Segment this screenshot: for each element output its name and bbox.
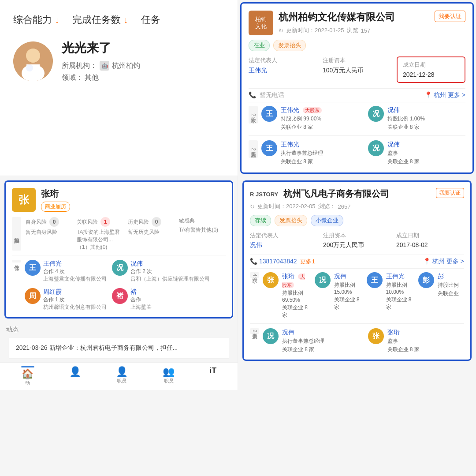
partner-name-zhu[interactable]: 褚 xyxy=(130,288,152,296)
partner-avatar-kuang: 况 xyxy=(112,260,128,276)
shareholders-list-top: 王 王伟光 大股东 持股比例 99.00% 关联企业 8 家 况 况 xyxy=(261,106,465,131)
feipin-personnel-list: 况 况伟 执行董事兼总经理 关联企业 8 家 张 张珩 监事 关联企业 8 家 xyxy=(263,328,464,353)
nav-item-4[interactable]: 👥 职员 xyxy=(163,366,175,386)
feipin-phone[interactable]: 📞 13817043842 更多1 xyxy=(250,258,315,266)
feipin-sh-avatar-wang: 王 xyxy=(367,272,383,288)
info-grid-top: 法定代表人 王伟光 注册资本 100万元人民币 成立日期 2021-12-28 xyxy=(249,56,465,83)
feipin-personnel-info-kuang: 况伟 执行董事兼总经理 关联企业 8 家 xyxy=(282,328,324,353)
cert-button-bottom[interactable]: 我要认证 xyxy=(436,188,464,198)
feipin-personnel-zhang: 张 张珩 监事 关联企业 8 家 xyxy=(368,328,465,353)
nav-label-3: 职员 xyxy=(117,378,126,384)
stats-row: 综合能力 ↓ 完成任务数 ↓ 任务 xyxy=(13,13,229,26)
personnel-wang: 王 王伟光 执行董事兼总经理 关联企业 8 家 xyxy=(261,140,359,165)
feipin-personnel-section: 主要人员2 况 况伟 执行董事兼总经理 关联企业 8 家 张 张珩 xyxy=(250,323,464,353)
personnel-name-kuang[interactable]: 况伟 xyxy=(387,141,400,148)
feipin-info-grid: 法定代表人 况伟 注册资本 200万元人民币 成立日期 2017-08-02 xyxy=(250,232,464,249)
personnel-assoc-kuang: 关联企业 8 家 xyxy=(387,158,420,165)
avatar xyxy=(13,41,53,81)
sh-name-kuang[interactable]: 况伟 xyxy=(387,106,400,113)
feipin-personnel-info-zhang: 张珩 监事 关联企业 8 家 xyxy=(387,328,420,353)
partner-name-zhou[interactable]: 周红霞 xyxy=(43,288,107,296)
feipin-name: 杭州飞凡电子商务有限公司 xyxy=(283,188,389,200)
org-icon: 🤖 xyxy=(100,61,109,71)
company-logo-top: 柏钧 文化 xyxy=(249,11,273,35)
top-left-panel: 综合能力 ↓ 完成任务数 ↓ 任务 光光 xyxy=(0,0,238,176)
profile-info: 光光来了 所属机构： 🤖 杭州柏钧 领域： 其他 xyxy=(62,40,229,82)
feipin-sh-name-wang[interactable]: 王伟光 xyxy=(386,273,405,280)
feipin-title-area: R JSTORY 杭州飞凡电子商务有限公司 ↻ 更新时间：2022-02-05 … xyxy=(250,188,436,210)
bottom-left-panel: 张 张珩 商业履历 风险扫描 自身风险 0 暂无自身风险 xyxy=(0,176,238,390)
sh-assoc-wang: 关联企业 8 家 xyxy=(281,124,322,131)
personnel-name-wang[interactable]: 王伟光 xyxy=(281,141,299,148)
sh-name-wang[interactable]: 王伟光 xyxy=(281,106,299,113)
feipin-personnel-name-kuang[interactable]: 况伟 xyxy=(282,329,294,336)
feipin-shareholders-list: 张 张珩 大股东 持股比例 69.50% 关联企业 8 家 况 xyxy=(263,272,464,319)
feipin-sh-avatar-kuang: 况 xyxy=(315,272,331,288)
feipin-logo: R JSTORY xyxy=(250,190,278,198)
info-founded: 成立日期 2021-12-28 xyxy=(397,56,465,83)
feipin-personnel-name-zhang[interactable]: 张珩 xyxy=(387,329,400,336)
nav-item-it[interactable]: iT xyxy=(209,366,216,386)
feipin-personnel-label: 主要人员2 xyxy=(250,328,259,334)
zhang-header: 张 张珩 商业履历 xyxy=(12,188,226,212)
feipin-sh-info-peng: 彭 持股比例 关联企业 xyxy=(438,272,459,297)
feipin-sh-name-zhang[interactable]: 张珩 xyxy=(282,273,294,280)
nav-label-dynamic: 动 xyxy=(25,380,30,386)
partner-company-zhou: 杭州馨语文化创意有限公司 xyxy=(43,304,107,311)
risk-related: 关联风险 1 TA投资的上海壁君服饰有限公司...（1）其他(0) xyxy=(77,217,123,251)
feipin-sh-info-kuang: 况伟 持股比例 15.00% 关联企业 8 家 xyxy=(334,272,361,311)
feipin-location[interactable]: 📍 杭州 更多 > xyxy=(423,258,464,266)
feipin-update-row: ↻ 更新时间：2022-02-05 浏览： 2657 xyxy=(250,202,436,210)
info-legal-rep: 法定代表人 王伟光 xyxy=(249,56,317,83)
nav-item-2[interactable]: 👤 xyxy=(69,366,81,386)
svg-point-4 xyxy=(26,64,33,71)
partners-label: 合作伙伴 xyxy=(12,260,21,262)
partner-collab-zhou: 合作 1 次 xyxy=(43,296,107,304)
feipin-sh-avatar-peng: 彭 xyxy=(418,272,434,288)
feipin-legal-rep: 法定代表人 况伟 xyxy=(250,232,318,249)
personnel-role-kuang: 监事 xyxy=(387,150,420,157)
feipin-reg-cap: 注册资本 200万元人民币 xyxy=(323,232,391,249)
partner-name-kuang[interactable]: 况伟 xyxy=(130,260,210,268)
feipin-personnel-avatar-kuang: 况 xyxy=(263,328,279,344)
personnel-info-wang: 王伟光 执行董事兼总经理 关联企业 8 家 xyxy=(281,140,323,165)
tag-invoice-bottom: 发票抬头 xyxy=(275,215,307,226)
dynamics-label-row: 动态 xyxy=(4,325,233,334)
feipin-refresh-icon: ↻ xyxy=(250,203,255,210)
feipin-legal-rep-value[interactable]: 况伟 xyxy=(250,241,318,249)
zhang-name[interactable]: 张珩 xyxy=(41,188,70,200)
feipin-sh-avatar-zhang: 张 xyxy=(263,272,279,288)
refresh-icon: ↻ xyxy=(279,27,283,34)
sh-assoc-kuang: 关联企业 8 家 xyxy=(387,124,425,131)
nav-item-dynamic[interactable]: 🏠 动 xyxy=(21,366,34,386)
location-link[interactable]: 📍 杭州 更多 > xyxy=(424,91,465,99)
partners-list: 王 王伟光 合作 4 次 上海璧君文化传播有限公司 况 况伟 合作 2 次 吕和… xyxy=(25,260,226,311)
zhang-tag[interactable]: 商业履历 xyxy=(41,202,70,212)
feipin-sh-name-peng[interactable]: 彭 xyxy=(438,273,444,280)
personnel-role-wang: 执行董事兼总经理 xyxy=(281,150,323,157)
partner-name-wang[interactable]: 王伟光 xyxy=(43,260,107,268)
legal-rep-value[interactable]: 王伟光 xyxy=(249,67,267,74)
nav-icon-dynamic: 🏠 xyxy=(22,368,33,380)
partner-company-wang: 上海璧君文化传播有限公司 xyxy=(43,275,107,283)
sh-percent-kuang: 持股比例 1.00% xyxy=(387,115,425,123)
sh-badge-wang: 大股东 xyxy=(303,107,322,113)
feipin-reg-cap-value: 200万元人民币 xyxy=(323,241,391,249)
personnel-section-top: 主要人员2 王 王伟光 执行董事兼总经理 关联企业 8 家 况 况伟 监事 关联… xyxy=(249,135,465,165)
nav-item-3[interactable]: 👤 职员 xyxy=(116,366,128,386)
personnel-kuang: 况 况伟 监事 关联企业 8 家 xyxy=(368,140,466,165)
partner-zhu: 褚 褚 合作 上海壁关 xyxy=(112,288,152,311)
bottom-right-panel: R JSTORY 杭州飞凡电子商务有限公司 ↻ 更新时间：2022-02-05 … xyxy=(238,176,476,390)
feipin-tags-row: 存续 发票抬头 小微企业 xyxy=(250,215,464,226)
feipin-sh-label: 股东4 xyxy=(250,272,259,278)
phone-more-link[interactable]: 更多1 xyxy=(300,258,315,265)
tag-exist: 存续 xyxy=(250,215,271,226)
nav-icon-it: iT xyxy=(209,366,216,375)
feipin-sh-wang: 王 王伟光 持股比例 10.00% 关联企业 8 家 xyxy=(367,272,413,319)
cert-button-top[interactable]: 我要认证 xyxy=(435,11,465,22)
feipin-founded-value: 2017-08-02 xyxy=(396,241,464,248)
feipin-sh-name-kuang[interactable]: 况伟 xyxy=(334,273,346,280)
personnel-info-kuang: 况伟 监事 关联企业 8 家 xyxy=(387,140,420,165)
risk-sensitive-desc: TA有警告其他(0) xyxy=(179,226,226,234)
partner-company-zhu: 上海壁关 xyxy=(130,304,152,311)
